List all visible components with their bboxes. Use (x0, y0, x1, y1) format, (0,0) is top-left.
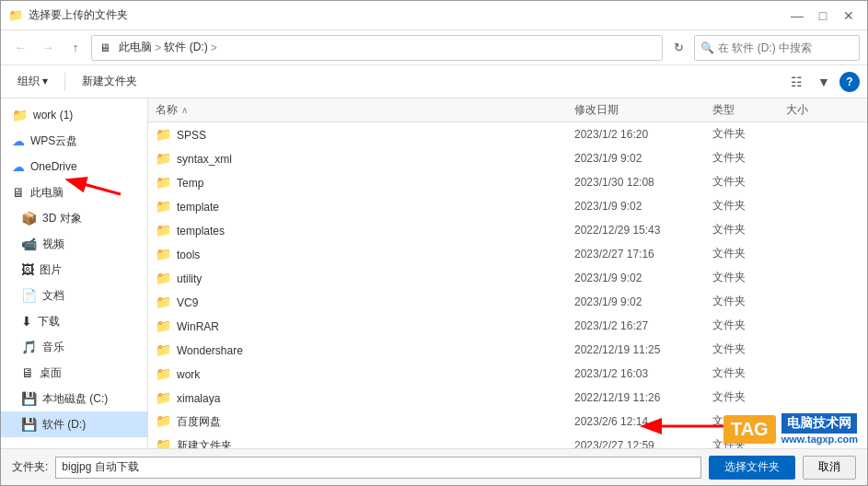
sidebar-label-softd: 软件 (D:) (42, 417, 86, 433)
folder-icon: 📁 (156, 247, 171, 261)
search-input[interactable] (718, 41, 853, 54)
bottom-label: 文件夹: (12, 459, 48, 475)
back-button[interactable]: ← (8, 36, 32, 60)
sidebar-label-3dobjects: 3D 对象 (42, 211, 82, 226)
sidebar-item-pictures[interactable]: 🖼 图片 (1, 257, 147, 283)
file-rows-container: 📁SPSS 2023/1/2 16:20 文件夹 📁syntax_xml 202… (148, 122, 867, 448)
up-button[interactable]: ↑ (64, 36, 87, 60)
table-row[interactable]: 📁template 2023/1/9 9:02 文件夹 (148, 194, 867, 218)
table-row[interactable]: 📁Wondershare 2022/12/19 11:25 文件夹 (148, 338, 867, 362)
sidebar-item-music[interactable]: 🎵 音乐 (1, 334, 147, 360)
sidebar: 📁 work (1) ☁ WPS云盘 ☁ OneDrive 🖥 此电脑 📦 3D… (1, 98, 148, 448)
table-row[interactable]: 📁tools 2023/2/27 17:16 文件夹 (148, 242, 867, 266)
folder-icon: 📁 (156, 175, 171, 190)
sidebar-label-music: 音乐 (42, 340, 64, 355)
col-type-header[interactable]: 类型 (712, 102, 786, 118)
file-type: 文件夹 (712, 318, 786, 333)
sidebar-item-documents[interactable]: 📄 文档 (1, 283, 147, 308)
organize-button[interactable]: 组织 ▾ (8, 70, 57, 94)
sidebar-label-onedrive: OneDrive (30, 160, 77, 173)
folder-icon: 📁 (156, 271, 171, 285)
maximize-button[interactable]: □ (812, 5, 834, 27)
file-date: 2023/1/2 16:03 (574, 367, 712, 380)
address-computer: 此电脑 (119, 40, 152, 55)
watermark-line2: www.tagxp.com (781, 434, 858, 445)
file-date: 2023/2/27 12:59 (574, 439, 712, 449)
folder-icon: 📁 (156, 437, 171, 449)
file-name: 📁utility (156, 271, 574, 285)
close-button[interactable]: ✕ (838, 5, 860, 27)
file-date: 2023/1/9 9:02 (574, 152, 712, 165)
cloud-icon: ☁ (12, 133, 25, 148)
select-folder-button[interactable]: 选择文件夹 (709, 456, 795, 480)
file-date: 2023/1/9 9:02 (574, 200, 712, 213)
sidebar-item-downloads[interactable]: ⬇ 下载 (1, 308, 147, 334)
sidebar-item-3dobjects[interactable]: 📦 3D 对象 (1, 205, 147, 231)
table-row[interactable]: 📁ximalaya 2022/12/19 11:26 文件夹 (148, 386, 867, 410)
folder-name-input[interactable] (55, 457, 701, 479)
sidebar-item-onedrive[interactable]: ☁ OneDrive (1, 154, 147, 179)
folder-icon: 📁 (156, 390, 171, 405)
file-date: 2022/12/29 15:43 (574, 224, 712, 237)
folder-icon: 📁 (156, 127, 171, 142)
desktop-icon: 🖥 (21, 365, 34, 380)
music-icon: 🎵 (21, 340, 37, 354)
col-size-header[interactable]: 大小 (786, 102, 860, 118)
file-type: 文件夹 (712, 222, 786, 237)
file-name: 📁SPSS (156, 127, 574, 142)
sidebar-label-video: 视频 (42, 237, 64, 252)
sidebar-item-desktop[interactable]: 🖥 桌面 (1, 360, 147, 386)
file-date: 2022/12/19 11:25 (574, 343, 712, 356)
downloads-icon: ⬇ (21, 314, 32, 329)
view-dropdown-button[interactable]: ▼ (812, 70, 836, 94)
title-bar: 📁 选择要上传的文件夹 — □ ✕ (1, 1, 867, 30)
file-list-header: 名称 ∧ 修改日期 类型 大小 (148, 98, 867, 122)
sidebar-item-softd[interactable]: 💾 软件 (D:) (1, 411, 147, 437)
folder-icon: 📁 (156, 295, 171, 309)
table-row[interactable]: 📁VC9 2023/1/9 9:02 文件夹 (148, 290, 867, 314)
file-name: 📁templates (156, 223, 574, 237)
file-list: 名称 ∧ 修改日期 类型 大小 📁SPSS 2023/1/2 16:20 文件夹… (148, 98, 867, 448)
file-name: 📁VC9 (156, 295, 574, 309)
sort-arrow-icon: ∧ (181, 105, 188, 115)
address-drive: 软件 (D:) (164, 40, 207, 55)
table-row[interactable]: 📁utility 2023/1/9 9:02 文件夹 (148, 266, 867, 290)
minimize-button[interactable]: — (786, 5, 808, 27)
view-toggle-button[interactable]: ☷ (784, 70, 808, 94)
table-row[interactable]: 📁WinRAR 2023/1/2 16:27 文件夹 (148, 314, 867, 338)
computer-icon: 🖥 (99, 41, 110, 54)
table-row[interactable]: 📁syntax_xml 2023/1/9 9:02 文件夹 (148, 146, 867, 170)
col-name-header[interactable]: 名称 ∧ (156, 102, 574, 118)
sidebar-label-desktop: 桌面 (40, 365, 62, 381)
sidebar-item-thispc[interactable]: 🖥 此电脑 (1, 179, 147, 205)
toolbar: 组织 ▾ 新建文件夹 ☷ ▼ ? (1, 65, 867, 98)
search-box[interactable]: 🔍 (694, 35, 860, 61)
refresh-button[interactable]: ↻ (666, 36, 690, 60)
new-folder-button[interactable]: 新建文件夹 (73, 70, 146, 94)
cancel-button[interactable]: 取消 (803, 456, 856, 480)
file-name: 📁新建文件夹 (156, 437, 574, 449)
sidebar-item-wps[interactable]: ☁ WPS云盘 (1, 128, 147, 154)
softd-icon: 💾 (21, 417, 37, 432)
folder-icon: 📁 (156, 223, 171, 237)
file-date: 2023/1/30 12:08 (574, 176, 712, 189)
sidebar-item-work[interactable]: 📁 work (1) (1, 102, 147, 128)
table-row[interactable]: 📁Temp 2023/1/30 12:08 文件夹 (148, 170, 867, 194)
video-icon: 📹 (21, 237, 37, 251)
file-type: 文件夹 (712, 198, 786, 214)
table-row[interactable]: 📁templates 2022/12/29 15:43 文件夹 (148, 218, 867, 242)
file-name: 📁tools (156, 247, 574, 261)
sidebar-item-localc[interactable]: 💾 本地磁盘 (C:) (1, 386, 147, 411)
help-button[interactable]: ? (839, 72, 860, 92)
table-row[interactable]: 📁SPSS 2023/1/2 16:20 文件夹 (148, 122, 867, 146)
address-path[interactable]: 🖥 此电脑 > 软件 (D:) > (91, 35, 663, 61)
watermark-text: 电脑技术网 www.tagxp.com (781, 413, 858, 445)
folder-icon: 📁 (156, 199, 171, 214)
col-date-header[interactable]: 修改日期 (574, 102, 712, 118)
file-type: 文件夹 (712, 365, 786, 381)
table-row[interactable]: 📁work 2023/1/2 16:03 文件夹 (148, 362, 867, 386)
forward-button[interactable]: → (36, 36, 60, 60)
file-date: 2023/2/6 12:14 (574, 415, 712, 428)
sidebar-item-video[interactable]: 📹 视频 (1, 231, 147, 257)
file-date: 2023/1/2 16:27 (574, 319, 712, 332)
